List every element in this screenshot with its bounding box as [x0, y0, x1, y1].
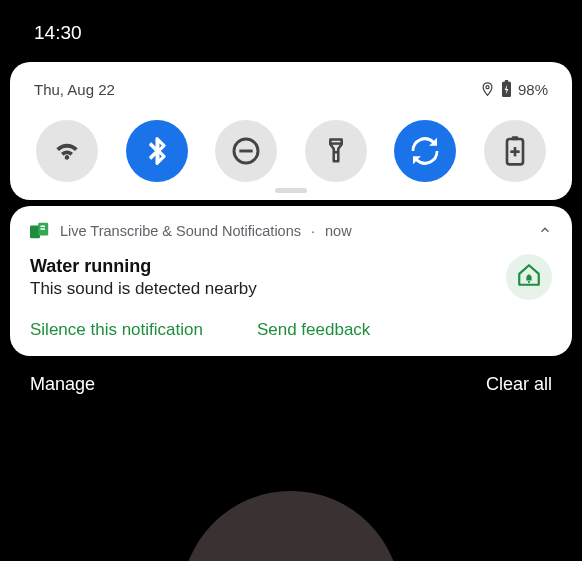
- location-icon: [480, 80, 495, 98]
- bluetooth-icon: [142, 136, 172, 166]
- notification-header: Live Transcribe & Sound Notifications · …: [30, 222, 552, 240]
- flashlight-icon: [322, 135, 350, 167]
- status-bar-time: 14:30: [0, 0, 582, 44]
- notification-title: Water running: [30, 256, 506, 277]
- battery-icon: [501, 80, 512, 98]
- quick-settings-panel: Thu, Aug 22 98%: [10, 62, 572, 200]
- notification-app-name: Live Transcribe & Sound Notifications: [60, 223, 301, 239]
- home-bell-icon: [516, 262, 542, 292]
- svg-point-6: [334, 151, 337, 154]
- svg-rect-2: [505, 80, 509, 83]
- qs-tile-dnd[interactable]: [215, 120, 277, 182]
- qs-tile-wifi[interactable]: [36, 120, 98, 182]
- notification-message: This sound is detected nearby: [30, 279, 506, 299]
- battery-saver-icon: [503, 135, 527, 167]
- qs-tile-autorotate[interactable]: [394, 120, 456, 182]
- manage-button[interactable]: Manage: [30, 374, 95, 395]
- qs-tiles-row: [34, 120, 548, 182]
- notification-large-icon: [506, 254, 552, 300]
- svg-rect-14: [40, 228, 45, 230]
- qs-date: Thu, Aug 22: [34, 81, 115, 98]
- notification-time: now: [325, 223, 352, 239]
- battery-percent: 98%: [518, 81, 548, 98]
- autorotate-icon: [409, 135, 441, 167]
- svg-point-0: [486, 86, 489, 89]
- qs-tile-battery-saver[interactable]: [484, 120, 546, 182]
- panel-drag-handle[interactable]: [275, 188, 307, 193]
- qs-tile-flashlight[interactable]: [305, 120, 367, 182]
- status-icons: 98%: [480, 80, 548, 98]
- notification-card[interactable]: Live Transcribe & Sound Notifications · …: [10, 206, 572, 356]
- wifi-icon: [51, 135, 83, 167]
- qs-tile-bluetooth[interactable]: [126, 120, 188, 182]
- svg-rect-13: [40, 226, 45, 228]
- svg-rect-8: [512, 136, 519, 140]
- notification-separator: ·: [311, 223, 315, 239]
- chevron-up-icon[interactable]: [538, 223, 552, 240]
- do-not-disturb-icon: [230, 135, 262, 167]
- action-feedback[interactable]: Send feedback: [257, 320, 370, 340]
- background-clock-hint: [181, 491, 401, 561]
- svg-point-15: [528, 281, 530, 283]
- action-silence[interactable]: Silence this notification: [30, 320, 203, 340]
- app-icon: [30, 222, 50, 240]
- clear-all-button[interactable]: Clear all: [486, 374, 552, 395]
